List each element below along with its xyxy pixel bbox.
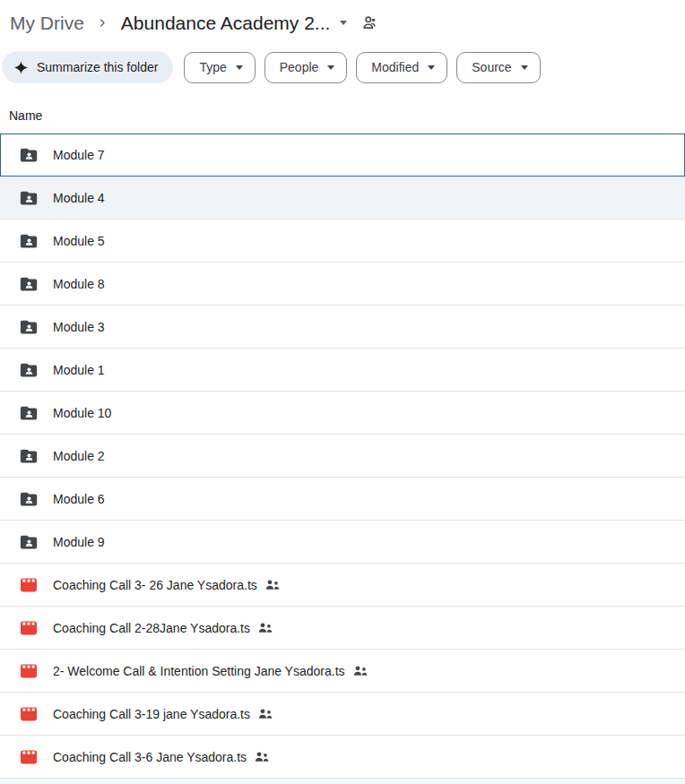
folder-row[interactable]: Module 1 (0, 349, 685, 392)
shared-folder-icon (18, 489, 39, 509)
video-file-row[interactable]: Coaching Call 3-19 jane Ysadora.ts (0, 693, 685, 736)
shared-people-icon (265, 579, 281, 590)
folder-row[interactable]: Module 8 (0, 263, 685, 306)
shared-folder-icon (18, 274, 39, 294)
folder-row[interactable]: Module 6 (0, 478, 685, 521)
chevron-down-icon (340, 21, 347, 25)
video-file-row[interactable]: 2- Welcome Call & Intention Setting Jane… (0, 650, 685, 693)
row-label: Coaching Call 2-28Jane Ysadora.ts (53, 621, 250, 635)
row-label: Module 8 (53, 277, 105, 291)
row-label: Module 6 (53, 492, 105, 506)
row-label: Module 10 (53, 406, 111, 420)
toolbar: Summarize this folder Type People Modifi… (2, 51, 685, 83)
file-list: Module 7 Module 4 Module 5 (0, 134, 685, 779)
chip-label: People (280, 60, 319, 74)
shared-people-icon (258, 708, 273, 719)
chevron-down-icon (428, 65, 435, 70)
row-label: Module 4 (53, 191, 105, 205)
folder-row[interactable]: Module 4 (0, 177, 685, 220)
folder-row[interactable]: Module 9 (0, 521, 685, 564)
sparkle-icon (13, 60, 29, 75)
shared-people-icon (258, 622, 273, 633)
chip-label: Type (199, 60, 226, 74)
shared-folder-icon (18, 532, 39, 552)
folder-row[interactable]: Module 5 (0, 220, 685, 263)
chevron-down-icon (236, 65, 243, 70)
shared-folder-icon (18, 188, 39, 208)
column-header-name[interactable]: Name (0, 83, 42, 134)
bottom-strip (0, 779, 685, 784)
video-file-row[interactable]: Coaching Call 3- 26 Jane Ysadora.ts (0, 564, 685, 607)
shared-folder-icon (18, 403, 39, 423)
breadcrumb-my-drive[interactable]: My Drive (10, 13, 84, 34)
shared-people-icon (353, 665, 369, 676)
shared-people-icon (255, 751, 270, 762)
folder-shared-people-icon[interactable] (360, 13, 379, 32)
filter-chip-source[interactable]: Source (456, 52, 540, 83)
chevron-right-icon (96, 16, 109, 30)
row-label: 2- Welcome Call & Intention Setting Jane… (53, 664, 345, 678)
current-folder-title: Abundance Academy 2... (121, 13, 331, 34)
chip-label: Modified (371, 60, 419, 74)
row-label: Module 1 (53, 363, 105, 377)
folder-row[interactable]: Module 10 (0, 392, 685, 435)
row-label: Module 7 (53, 148, 105, 162)
row-label: Module 9 (53, 535, 105, 549)
folder-row[interactable]: Module 3 (0, 306, 685, 349)
shared-folder-icon (18, 360, 39, 380)
video-file-row[interactable]: Coaching Call 2-28Jane Ysadora.ts (0, 607, 685, 650)
filter-chip-people[interactable]: People (264, 52, 348, 83)
summarize-folder-button[interactable]: Summarize this folder (2, 51, 173, 83)
shared-folder-icon (18, 145, 39, 165)
row-label: Coaching Call 3- 26 Jane Ysadora.ts (53, 578, 257, 592)
summarize-label: Summarize this folder (37, 60, 158, 74)
chevron-down-icon (327, 65, 334, 70)
row-label: Coaching Call 3-6 Jane Ysadora.ts (53, 750, 247, 764)
filter-chip-modified[interactable]: Modified (356, 52, 447, 83)
row-label: Module 3 (53, 320, 105, 334)
video-file-row[interactable]: Coaching Call 3-6 Jane Ysadora.ts (0, 736, 685, 779)
video-icon (18, 705, 39, 723)
row-label: Module 5 (53, 234, 105, 248)
filter-chip-type[interactable]: Type (184, 52, 255, 83)
shared-folder-icon (18, 317, 39, 337)
folder-row[interactable]: Module 7 (0, 134, 685, 177)
row-label: Coaching Call 3-19 jane Ysadora.ts (53, 707, 250, 721)
row-label: Module 2 (53, 449, 105, 463)
chevron-down-icon (521, 65, 528, 70)
shared-folder-icon (18, 231, 39, 251)
video-icon (18, 576, 39, 594)
folder-row[interactable]: Module 2 (0, 435, 685, 478)
chip-label: Source (472, 60, 511, 74)
shared-folder-icon (18, 446, 39, 466)
video-icon (18, 619, 39, 637)
breadcrumb: My Drive Abundance Academy 2... (0, 0, 685, 36)
video-icon (18, 662, 39, 680)
video-icon (18, 748, 39, 766)
breadcrumb-current-folder[interactable]: Abundance Academy 2... (121, 13, 348, 34)
